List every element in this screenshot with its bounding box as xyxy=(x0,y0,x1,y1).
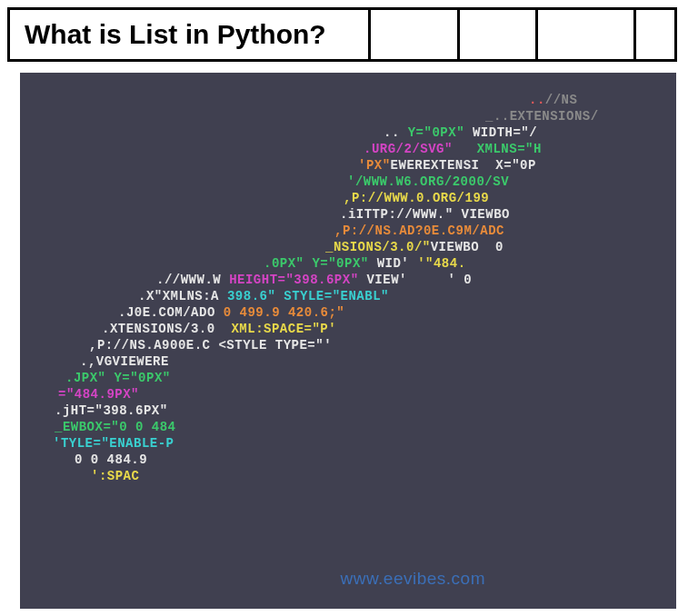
code-line: _..EXTENSIONS/ xyxy=(485,109,599,124)
code-line: 0 0 484.9 xyxy=(75,452,147,467)
header-cell-1 xyxy=(371,7,460,62)
code-line: ="484.9PX" xyxy=(58,387,139,402)
code-line: .,VGVIEWERE xyxy=(80,354,169,369)
code-line: .0PX" Y="0PX" WID' '"484. xyxy=(264,256,466,271)
code-line: '/WWW.W6.ORG/2000/SV xyxy=(347,174,509,189)
header-cell-2 xyxy=(460,7,538,62)
code-line: _EWBOX="0 0 484 xyxy=(55,420,176,434)
page-title: What is List in Python? xyxy=(7,7,371,62)
code-line: ..//NS xyxy=(529,93,577,107)
code-line: .J0E.COM/ADO 0 499.9 420.6;" xyxy=(118,305,344,320)
code-art-canvas: www.eevibes.com ..//NS_..EXTENSIONS/.. Y… xyxy=(20,73,676,609)
header-cell-4 xyxy=(636,7,677,62)
code-line: .//WWW.W HEIGHT="398.6PX" VIEW' ' 0 xyxy=(156,273,472,287)
code-line: .XTENSIONS/3.0 XML:SPACE="P' xyxy=(102,322,336,336)
code-line: .JPX" Y="0PX" xyxy=(65,371,171,385)
code-line: .X"XMLNS:A 398.6" STYLE="ENABL" xyxy=(138,289,389,303)
code-line: .. Y="0PX" WIDTH="/ xyxy=(384,125,537,140)
watermark: www.eevibes.com xyxy=(340,569,485,589)
code-line: .jHT="398.6PX" xyxy=(55,403,168,418)
header-cell-3 xyxy=(538,7,636,62)
code-line: .URG/2/SVG" XMLNS="H xyxy=(364,142,542,156)
code-line: ,P://NS.AD?0E.C9M/ADC xyxy=(334,224,504,238)
code-line: _NSIONS/3.0/"VIEWBO 0 xyxy=(325,240,504,254)
code-line: ,P://WWW.0.ORG/199 xyxy=(344,191,489,205)
code-line: 'TYLE="ENABLE-P xyxy=(53,436,174,451)
code-line: .iITTP://WWW." VIEWBO xyxy=(340,207,510,222)
code-line: ':SPAC xyxy=(91,469,139,483)
code-line: ,P://NS.A900E.C <STYLE TYPE="' xyxy=(89,338,332,353)
code-line: 'PX"EWEREXTENSI X="0P xyxy=(358,158,536,173)
